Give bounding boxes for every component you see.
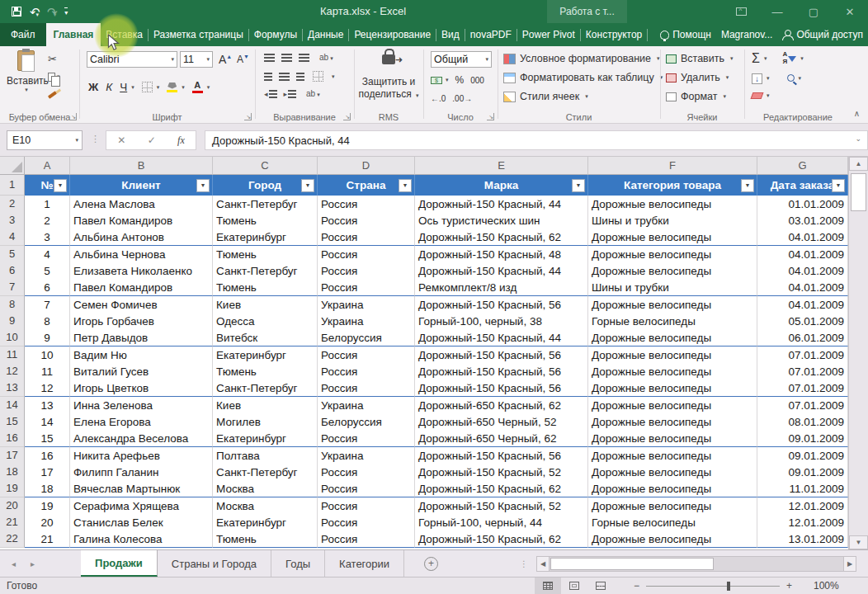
cell[interactable]: 13 xyxy=(25,397,70,414)
normal-view-button[interactable] xyxy=(535,578,561,594)
cell[interactable]: 12.01.2009 xyxy=(757,497,848,515)
halign-buttons[interactable]: ▾ xyxy=(264,71,335,82)
cell[interactable]: Горный-100, черный, 44 xyxy=(415,514,588,531)
expand-formula-bar-button[interactable]: ⌄ xyxy=(855,134,861,143)
cell[interactable]: Дорожный-650 Черный, 62 xyxy=(415,430,588,447)
cell[interactable]: Галина Колесова xyxy=(70,530,213,548)
cell[interactable]: Игорь Цветков xyxy=(70,380,213,397)
cell[interactable]: Екатеринбург xyxy=(213,346,318,364)
table-header-7[interactable]: Дата заказа xyxy=(757,175,848,196)
valign-buttons[interactable]: ab▾ xyxy=(264,53,333,62)
decrease-indent-button[interactable]: ◂ xyxy=(264,90,277,98)
cell[interactable]: 20 xyxy=(25,514,70,531)
bold-button[interactable]: Ж xyxy=(88,81,98,93)
filter-dropdown-icon[interactable] xyxy=(572,179,585,192)
cell[interactable]: 4 xyxy=(25,246,70,263)
cell[interactable]: Могилев xyxy=(213,413,318,431)
page-layout-view-button[interactable] xyxy=(561,578,587,594)
cell[interactable]: Петр Давыдов xyxy=(70,329,213,346)
cell[interactable]: Россия xyxy=(318,279,415,296)
horizontal-scrollbar[interactable]: ⋮ ◀ ▶ xyxy=(520,550,868,577)
tab-razmetka[interactable]: Разметка страницы xyxy=(149,23,248,46)
tab-powerpivot[interactable]: Power Pivot xyxy=(517,23,580,46)
vertical-scrollbar[interactable]: ▲ ▼ xyxy=(848,157,868,549)
increase-indent-button[interactable]: ▸ xyxy=(284,90,297,98)
row-header-15[interactable]: 15 xyxy=(0,413,25,431)
cell[interactable]: Дорожный-150 Красный, 56 xyxy=(415,346,588,364)
cell[interactable]: 9 xyxy=(25,329,70,346)
undo-button[interactable]: ↶▾ xyxy=(30,6,39,18)
indent-buttons[interactable]: ◂ ▸ ab▾ xyxy=(264,89,320,98)
insert-cells-button[interactable]: Вставить▾ xyxy=(666,53,734,64)
cell[interactable]: 05.01.2009 xyxy=(757,313,848,330)
cell[interactable]: Альбина Чернова xyxy=(70,246,213,263)
filter-dropdown-icon[interactable] xyxy=(741,179,754,192)
cell[interactable]: Дорожный-150 Красный, 56 xyxy=(415,296,588,314)
sheet-nav-arrows[interactable]: ◂▸ xyxy=(0,550,51,577)
row-header-14[interactable]: 14 xyxy=(0,397,25,414)
sheet-tab-prodazhi[interactable]: Продажи xyxy=(81,550,158,577)
cell[interactable]: Россия xyxy=(318,514,415,531)
cell[interactable]: Украина xyxy=(318,296,415,314)
cell[interactable]: Киев xyxy=(213,296,318,314)
formula-input[interactable]: Дорожный-150 Красный, 44 xyxy=(205,130,868,150)
cell[interactable]: Дорожные велосипеды xyxy=(588,196,757,213)
cell[interactable]: Горные велосипеды xyxy=(588,514,757,531)
cell[interactable]: Россия xyxy=(318,497,415,515)
cell[interactable]: Альбина Антонов xyxy=(70,229,213,246)
font-size-combo[interactable]: 11▾ xyxy=(180,51,213,68)
cell[interactable]: Вадим Ню xyxy=(70,346,213,364)
row-header-1[interactable]: 1 xyxy=(0,175,25,196)
cell[interactable]: Витебск xyxy=(213,329,318,346)
account-name[interactable]: Magranov... xyxy=(716,23,777,46)
italic-button[interactable]: К xyxy=(106,81,112,93)
cell[interactable]: Дорожный-150 Красный, 62 xyxy=(415,480,588,497)
cell[interactable]: Виталий Гусев xyxy=(70,363,213,380)
column-header-B[interactable]: B xyxy=(70,157,213,175)
fill-button[interactable]: ↓ xyxy=(752,73,762,84)
cell[interactable]: Дорожные велосипеды xyxy=(588,329,757,346)
cell[interactable]: Ремкомплект/8 изд xyxy=(415,279,588,296)
row-header-3[interactable]: 3 xyxy=(0,212,25,229)
cell[interactable]: 07.01.2009 xyxy=(757,397,848,414)
wrap-text-button[interactable]: ab▾ xyxy=(306,89,320,98)
cell[interactable]: 5 xyxy=(25,262,70,280)
sheet-tab-kategorii[interactable]: Категории xyxy=(325,550,404,577)
cell[interactable]: 7 xyxy=(25,296,70,314)
cell[interactable]: 09.01.2009 xyxy=(757,464,848,481)
row-header-8[interactable]: 8 xyxy=(0,296,25,314)
row-header-7[interactable]: 7 xyxy=(0,279,25,296)
table-header-2[interactable]: Клиент xyxy=(70,175,213,196)
format-painter-button[interactable] xyxy=(48,89,60,101)
column-header-E[interactable]: E xyxy=(415,157,588,175)
row-header-4[interactable]: 4 xyxy=(0,229,25,246)
table-header-5[interactable]: Марка xyxy=(415,175,588,196)
find-select-button[interactable] xyxy=(787,73,795,84)
clear-button[interactable] xyxy=(751,92,764,99)
cell[interactable]: Россия xyxy=(318,380,415,397)
name-box[interactable]: E10▾ xyxy=(7,130,83,150)
cell[interactable]: Дорожный-150 Красный, 44 xyxy=(415,262,588,280)
cell[interactable]: Шины и трубки xyxy=(588,279,757,296)
number-dialog-launcher[interactable] xyxy=(487,113,494,120)
tab-recenzirovanie[interactable]: Рецензирование xyxy=(349,23,436,46)
cell[interactable]: 07.01.2009 xyxy=(757,363,848,380)
row-header-13[interactable]: 13 xyxy=(0,380,25,397)
cell[interactable]: 15 xyxy=(25,430,70,447)
grow-font-button[interactable]: A▲ xyxy=(219,53,232,66)
cell[interactable]: Дорожный-150 Красный, 44 xyxy=(415,329,588,346)
cell[interactable]: 04.01.2009 xyxy=(757,229,848,246)
row-header-19[interactable]: 19 xyxy=(0,480,25,497)
page-break-view-button[interactable] xyxy=(587,578,614,594)
minimize-button[interactable]: — xyxy=(759,0,795,23)
maximize-button[interactable]: ▢ xyxy=(795,0,832,23)
formula-bar-splitter[interactable]: ⋮ xyxy=(91,134,100,144)
cell[interactable]: Дорожный-150 Красный, 48 xyxy=(415,246,588,263)
cell[interactable]: Полтава xyxy=(213,447,318,464)
add-sheet-button[interactable]: + xyxy=(424,557,438,571)
cell[interactable]: Россия xyxy=(318,480,415,497)
cell[interactable]: Дорожные велосипеды xyxy=(588,363,757,380)
cell[interactable]: Станислав Белек xyxy=(70,514,213,531)
cell[interactable]: Дорожный-150 Красный, 52 xyxy=(415,497,588,515)
cell[interactable]: Александра Веселова xyxy=(70,430,213,447)
